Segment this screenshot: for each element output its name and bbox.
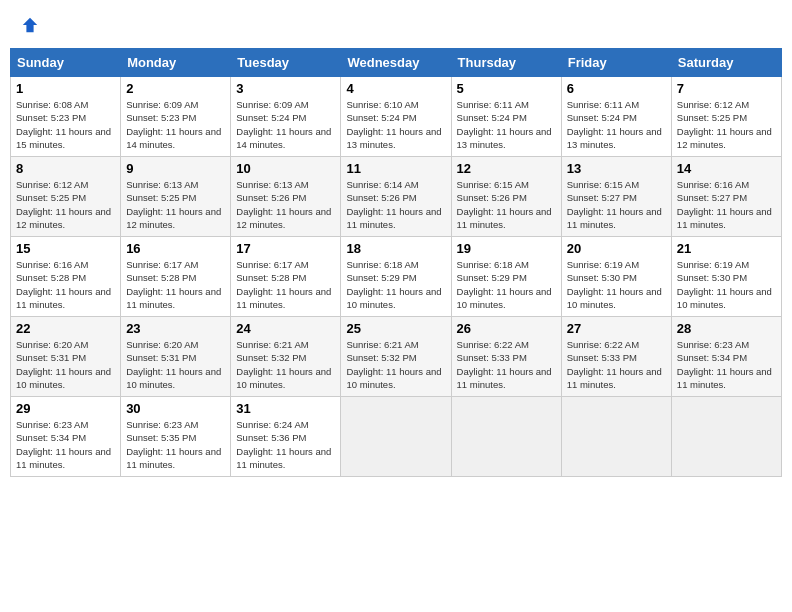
calendar-header-sunday: Sunday: [11, 49, 121, 77]
day-number: 27: [567, 321, 666, 336]
calendar-week-4: 22 Sunrise: 6:20 AM Sunset: 5:31 PM Dayl…: [11, 317, 782, 397]
calendar-week-1: 1 Sunrise: 6:08 AM Sunset: 5:23 PM Dayli…: [11, 77, 782, 157]
calendar-cell: 7 Sunrise: 6:12 AM Sunset: 5:25 PM Dayli…: [671, 77, 781, 157]
calendar-cell: 15 Sunrise: 6:16 AM Sunset: 5:28 PM Dayl…: [11, 237, 121, 317]
day-info: Sunrise: 6:16 AM Sunset: 5:28 PM Dayligh…: [16, 258, 115, 311]
day-info: Sunrise: 6:15 AM Sunset: 5:27 PM Dayligh…: [567, 178, 666, 231]
day-info: Sunrise: 6:17 AM Sunset: 5:28 PM Dayligh…: [236, 258, 335, 311]
day-info: Sunrise: 6:18 AM Sunset: 5:29 PM Dayligh…: [457, 258, 556, 311]
calendar-week-2: 8 Sunrise: 6:12 AM Sunset: 5:25 PM Dayli…: [11, 157, 782, 237]
day-number: 19: [457, 241, 556, 256]
day-info: Sunrise: 6:12 AM Sunset: 5:25 PM Dayligh…: [677, 98, 776, 151]
day-number: 20: [567, 241, 666, 256]
day-info: Sunrise: 6:20 AM Sunset: 5:31 PM Dayligh…: [16, 338, 115, 391]
day-number: 12: [457, 161, 556, 176]
day-number: 9: [126, 161, 225, 176]
calendar-cell: 5 Sunrise: 6:11 AM Sunset: 5:24 PM Dayli…: [451, 77, 561, 157]
day-number: 13: [567, 161, 666, 176]
day-number: 2: [126, 81, 225, 96]
day-number: 31: [236, 401, 335, 416]
day-number: 17: [236, 241, 335, 256]
day-info: Sunrise: 6:09 AM Sunset: 5:23 PM Dayligh…: [126, 98, 225, 151]
calendar-table: SundayMondayTuesdayWednesdayThursdayFrid…: [10, 48, 782, 477]
calendar-header-wednesday: Wednesday: [341, 49, 451, 77]
day-info: Sunrise: 6:19 AM Sunset: 5:30 PM Dayligh…: [677, 258, 776, 311]
calendar-cell: 24 Sunrise: 6:21 AM Sunset: 5:32 PM Dayl…: [231, 317, 341, 397]
day-info: Sunrise: 6:23 AM Sunset: 5:35 PM Dayligh…: [126, 418, 225, 471]
calendar-cell: 16 Sunrise: 6:17 AM Sunset: 5:28 PM Dayl…: [121, 237, 231, 317]
logo: [20, 16, 40, 34]
calendar-cell: 11 Sunrise: 6:14 AM Sunset: 5:26 PM Dayl…: [341, 157, 451, 237]
day-info: Sunrise: 6:23 AM Sunset: 5:34 PM Dayligh…: [677, 338, 776, 391]
calendar-cell: 21 Sunrise: 6:19 AM Sunset: 5:30 PM Dayl…: [671, 237, 781, 317]
day-number: 29: [16, 401, 115, 416]
calendar-cell: 25 Sunrise: 6:21 AM Sunset: 5:32 PM Dayl…: [341, 317, 451, 397]
day-info: Sunrise: 6:09 AM Sunset: 5:24 PM Dayligh…: [236, 98, 335, 151]
calendar-cell: 1 Sunrise: 6:08 AM Sunset: 5:23 PM Dayli…: [11, 77, 121, 157]
calendar-cell: [671, 397, 781, 477]
svg-marker-0: [23, 18, 37, 32]
calendar-cell: 18 Sunrise: 6:18 AM Sunset: 5:29 PM Dayl…: [341, 237, 451, 317]
day-number: 25: [346, 321, 445, 336]
day-info: Sunrise: 6:11 AM Sunset: 5:24 PM Dayligh…: [567, 98, 666, 151]
day-info: Sunrise: 6:11 AM Sunset: 5:24 PM Dayligh…: [457, 98, 556, 151]
calendar-cell: [561, 397, 671, 477]
day-info: Sunrise: 6:13 AM Sunset: 5:25 PM Dayligh…: [126, 178, 225, 231]
day-number: 8: [16, 161, 115, 176]
calendar-cell: [451, 397, 561, 477]
calendar-cell: 28 Sunrise: 6:23 AM Sunset: 5:34 PM Dayl…: [671, 317, 781, 397]
day-info: Sunrise: 6:08 AM Sunset: 5:23 PM Dayligh…: [16, 98, 115, 151]
day-number: 26: [457, 321, 556, 336]
calendar-header-monday: Monday: [121, 49, 231, 77]
day-info: Sunrise: 6:22 AM Sunset: 5:33 PM Dayligh…: [567, 338, 666, 391]
calendar-body: 1 Sunrise: 6:08 AM Sunset: 5:23 PM Dayli…: [11, 77, 782, 477]
calendar-header-tuesday: Tuesday: [231, 49, 341, 77]
day-number: 4: [346, 81, 445, 96]
day-number: 1: [16, 81, 115, 96]
day-info: Sunrise: 6:12 AM Sunset: 5:25 PM Dayligh…: [16, 178, 115, 231]
day-info: Sunrise: 6:13 AM Sunset: 5:26 PM Dayligh…: [236, 178, 335, 231]
calendar-cell: 3 Sunrise: 6:09 AM Sunset: 5:24 PM Dayli…: [231, 77, 341, 157]
day-info: Sunrise: 6:20 AM Sunset: 5:31 PM Dayligh…: [126, 338, 225, 391]
day-info: Sunrise: 6:15 AM Sunset: 5:26 PM Dayligh…: [457, 178, 556, 231]
day-info: Sunrise: 6:21 AM Sunset: 5:32 PM Dayligh…: [236, 338, 335, 391]
calendar-cell: 26 Sunrise: 6:22 AM Sunset: 5:33 PM Dayl…: [451, 317, 561, 397]
calendar-cell: 6 Sunrise: 6:11 AM Sunset: 5:24 PM Dayli…: [561, 77, 671, 157]
calendar-header-thursday: Thursday: [451, 49, 561, 77]
calendar-cell: 4 Sunrise: 6:10 AM Sunset: 5:24 PM Dayli…: [341, 77, 451, 157]
day-number: 24: [236, 321, 335, 336]
day-info: Sunrise: 6:21 AM Sunset: 5:32 PM Dayligh…: [346, 338, 445, 391]
day-number: 14: [677, 161, 776, 176]
calendar-cell: 22 Sunrise: 6:20 AM Sunset: 5:31 PM Dayl…: [11, 317, 121, 397]
logo-icon: [21, 16, 39, 34]
calendar-cell: 31 Sunrise: 6:24 AM Sunset: 5:36 PM Dayl…: [231, 397, 341, 477]
calendar-header-friday: Friday: [561, 49, 671, 77]
day-number: 3: [236, 81, 335, 96]
calendar-header-saturday: Saturday: [671, 49, 781, 77]
calendar-week-3: 15 Sunrise: 6:16 AM Sunset: 5:28 PM Dayl…: [11, 237, 782, 317]
calendar-cell: [341, 397, 451, 477]
day-info: Sunrise: 6:18 AM Sunset: 5:29 PM Dayligh…: [346, 258, 445, 311]
calendar-cell: 19 Sunrise: 6:18 AM Sunset: 5:29 PM Dayl…: [451, 237, 561, 317]
day-info: Sunrise: 6:17 AM Sunset: 5:28 PM Dayligh…: [126, 258, 225, 311]
calendar-cell: 27 Sunrise: 6:22 AM Sunset: 5:33 PM Dayl…: [561, 317, 671, 397]
day-info: Sunrise: 6:16 AM Sunset: 5:27 PM Dayligh…: [677, 178, 776, 231]
calendar-cell: 30 Sunrise: 6:23 AM Sunset: 5:35 PM Dayl…: [121, 397, 231, 477]
day-number: 15: [16, 241, 115, 256]
day-number: 6: [567, 81, 666, 96]
calendar-cell: 29 Sunrise: 6:23 AM Sunset: 5:34 PM Dayl…: [11, 397, 121, 477]
day-number: 28: [677, 321, 776, 336]
page-header: [10, 10, 782, 40]
calendar-cell: 9 Sunrise: 6:13 AM Sunset: 5:25 PM Dayli…: [121, 157, 231, 237]
calendar-cell: 13 Sunrise: 6:15 AM Sunset: 5:27 PM Dayl…: [561, 157, 671, 237]
day-info: Sunrise: 6:10 AM Sunset: 5:24 PM Dayligh…: [346, 98, 445, 151]
day-info: Sunrise: 6:14 AM Sunset: 5:26 PM Dayligh…: [346, 178, 445, 231]
day-info: Sunrise: 6:24 AM Sunset: 5:36 PM Dayligh…: [236, 418, 335, 471]
calendar-cell: 14 Sunrise: 6:16 AM Sunset: 5:27 PM Dayl…: [671, 157, 781, 237]
calendar-week-5: 29 Sunrise: 6:23 AM Sunset: 5:34 PM Dayl…: [11, 397, 782, 477]
day-info: Sunrise: 6:23 AM Sunset: 5:34 PM Dayligh…: [16, 418, 115, 471]
day-number: 7: [677, 81, 776, 96]
day-number: 21: [677, 241, 776, 256]
calendar-cell: 8 Sunrise: 6:12 AM Sunset: 5:25 PM Dayli…: [11, 157, 121, 237]
calendar-cell: 2 Sunrise: 6:09 AM Sunset: 5:23 PM Dayli…: [121, 77, 231, 157]
